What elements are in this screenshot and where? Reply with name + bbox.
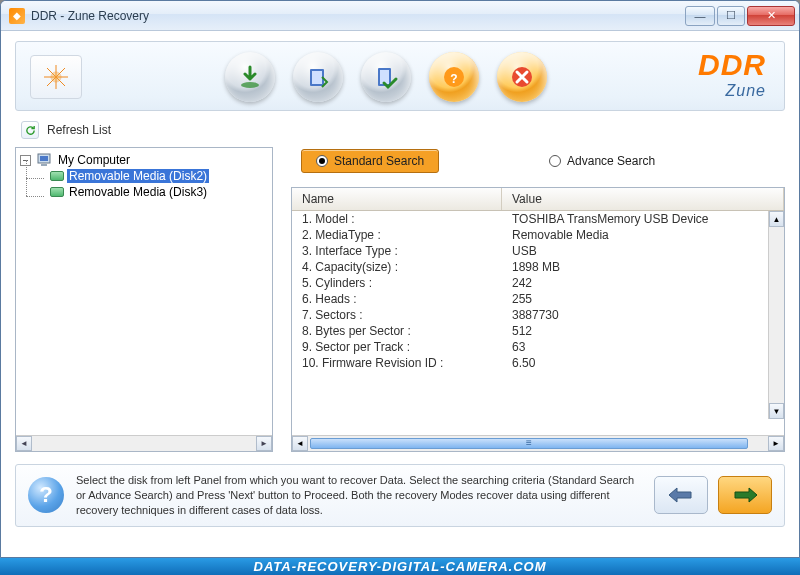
back-button[interactable]: [654, 476, 708, 514]
toolbar-open-button[interactable]: [293, 52, 343, 102]
tree-item-label[interactable]: Removable Media (Disk3): [67, 185, 209, 199]
details-row[interactable]: 6. Heads :255: [292, 291, 784, 307]
row-value: Removable Media: [502, 228, 784, 242]
row-name: 1. Model :: [292, 212, 502, 226]
row-name: 5. Cylinders :: [292, 276, 502, 290]
toolbar-cancel-button[interactable]: [497, 52, 547, 102]
brand-area: DDR Zune: [698, 48, 766, 100]
drive-icon: [50, 171, 64, 181]
tree-root-label[interactable]: My Computer: [56, 153, 132, 167]
details-list: Name Value 1. Model :TOSHIBA TransMemory…: [291, 187, 785, 452]
row-name: 6. Heads :: [292, 292, 502, 306]
computer-icon: [37, 153, 53, 167]
toolbar-help-button[interactable]: ?: [429, 52, 479, 102]
standard-search-label: Standard Search: [334, 154, 424, 168]
drive-icon: [50, 187, 64, 197]
maximize-button[interactable]: ☐: [717, 6, 745, 26]
row-value: 512: [502, 324, 784, 338]
details-row[interactable]: 7. Sectors :3887730: [292, 307, 784, 323]
help-text: Select the disk from left Panel from whi…: [76, 473, 642, 518]
svg-point-1: [241, 82, 259, 88]
row-value: 242: [502, 276, 784, 290]
footer-link[interactable]: DATA-RECOVERY-DIGITAL-CAMERA.COM: [0, 558, 800, 575]
refresh-icon[interactable]: [21, 121, 39, 139]
svg-rect-11: [41, 164, 47, 166]
toolbar-verify-button[interactable]: [361, 52, 411, 102]
right-column: Standard Search Advance Search Name Valu…: [291, 147, 785, 452]
header-name[interactable]: Name: [292, 188, 502, 210]
row-value: 6.50: [502, 356, 784, 370]
main-row: – My Computer Removable Media (Disk2) Re…: [15, 147, 785, 452]
details-row[interactable]: 2. MediaType :Removable Media: [292, 227, 784, 243]
row-name: 8. Bytes per Sector :: [292, 324, 502, 338]
details-header: Name Value: [292, 188, 784, 211]
advance-search-option[interactable]: Advance Search: [549, 154, 655, 168]
scroll-right-icon[interactable]: ►: [768, 436, 784, 451]
details-row[interactable]: 5. Cylinders :242: [292, 275, 784, 291]
row-value: 255: [502, 292, 784, 306]
toolbar-load-button[interactable]: [225, 52, 275, 102]
radio-icon: [549, 155, 561, 167]
tree-root[interactable]: – My Computer: [18, 152, 270, 168]
toolbar-frame: ? DDR Zune: [15, 41, 785, 111]
svg-point-0: [51, 72, 61, 82]
row-value: 3887730: [502, 308, 784, 322]
row-name: 2. MediaType :: [292, 228, 502, 242]
scroll-up-icon[interactable]: ▲: [769, 211, 784, 227]
row-name: 4. Capacity(size) :: [292, 260, 502, 274]
brand-main: DDR: [698, 48, 766, 82]
titlebar: ◆ DDR - Zune Recovery — ☐ ✕: [1, 1, 799, 31]
scroll-thumb[interactable]: [310, 438, 748, 449]
details-body: 1. Model :TOSHIBA TransMemory USB Device…: [292, 211, 784, 435]
advance-search-label: Advance Search: [567, 154, 655, 168]
window-title: DDR - Zune Recovery: [31, 9, 685, 23]
details-row[interactable]: 1. Model :TOSHIBA TransMemory USB Device: [292, 211, 784, 227]
row-value: TOSHIBA TransMemory USB Device: [502, 212, 784, 226]
header-value[interactable]: Value: [502, 188, 784, 210]
row-value: 1898 MB: [502, 260, 784, 274]
svg-rect-10: [40, 156, 48, 161]
row-value: USB: [502, 244, 784, 258]
help-icon: ?: [28, 477, 64, 513]
close-button[interactable]: ✕: [747, 6, 795, 26]
details-row[interactable]: 10. Firmware Revision ID :6.50: [292, 355, 784, 371]
app-small-icon: ◆: [9, 8, 25, 24]
next-button[interactable]: [718, 476, 772, 514]
search-options: Standard Search Advance Search: [301, 149, 785, 173]
tree-item-disk2[interactable]: Removable Media (Disk2): [48, 168, 270, 184]
scroll-left-icon[interactable]: ◄: [16, 436, 32, 451]
scroll-left-icon[interactable]: ◄: [292, 436, 308, 451]
scroll-right-icon[interactable]: ►: [256, 436, 272, 451]
row-name: 7. Sectors :: [292, 308, 502, 322]
details-scroll-v[interactable]: ▲ ▼: [768, 211, 784, 419]
app-window: ◆ DDR - Zune Recovery — ☐ ✕ ? DDR Zune: [0, 0, 800, 558]
disk-tree[interactable]: – My Computer Removable Media (Disk2) Re…: [15, 147, 273, 452]
app-icon: [30, 55, 82, 99]
svg-rect-3: [312, 71, 322, 84]
details-row[interactable]: 9. Sector per Track :63: [292, 339, 784, 355]
brand-sub: Zune: [698, 82, 766, 100]
row-name: 10. Firmware Revision ID :: [292, 356, 502, 370]
bottom-bar: ? Select the disk from left Panel from w…: [15, 464, 785, 527]
row-value: 63: [502, 340, 784, 354]
window-controls: — ☐ ✕: [685, 6, 795, 26]
refresh-row: Refresh List: [21, 121, 785, 139]
svg-text:?: ?: [450, 72, 457, 86]
scroll-down-icon[interactable]: ▼: [769, 403, 784, 419]
row-name: 3. Interface Type :: [292, 244, 502, 258]
radio-icon: [316, 155, 328, 167]
tree-scroll-h[interactable]: ◄ ►: [16, 435, 272, 451]
tree-item-label[interactable]: Removable Media (Disk2): [67, 169, 209, 183]
details-row[interactable]: 8. Bytes per Sector :512: [292, 323, 784, 339]
refresh-label[interactable]: Refresh List: [47, 123, 111, 137]
client-area: ? DDR Zune Refresh List – My Computer: [1, 31, 799, 558]
tree-item-disk3[interactable]: Removable Media (Disk3): [48, 184, 270, 200]
nav-buttons: [654, 476, 772, 514]
standard-search-option[interactable]: Standard Search: [301, 149, 439, 173]
toolbar-buttons: ?: [122, 52, 650, 102]
minimize-button[interactable]: —: [685, 6, 715, 26]
row-name: 9. Sector per Track :: [292, 340, 502, 354]
details-row[interactable]: 3. Interface Type :USB: [292, 243, 784, 259]
details-scroll-h[interactable]: ◄ ►: [292, 435, 784, 451]
details-row[interactable]: 4. Capacity(size) :1898 MB: [292, 259, 784, 275]
